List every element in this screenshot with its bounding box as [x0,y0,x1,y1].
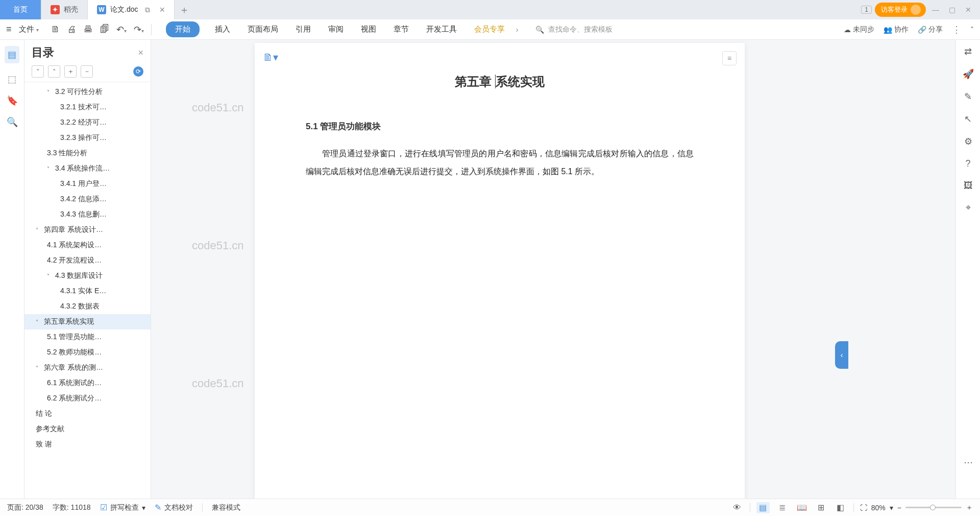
preview-icon[interactable]: 🗐 [100,24,109,35]
share-button[interactable]: 🔗 分享 [918,25,943,34]
ribbon-tab-view[interactable]: 视图 [359,21,378,37]
search-rail-icon[interactable]: 🔍 [7,116,18,128]
fit-width-icon[interactable]: ⛶ [860,504,867,512]
menu-icon[interactable]: ≡ [6,24,12,35]
tab-document[interactable]: W 论文.doc ⧉ × [88,0,175,19]
daoke-icon: ✦ [51,5,60,14]
outline-item[interactable]: ˅第四章 系统设计… [24,222,151,238]
close-window-button[interactable]: ✕ [962,3,975,16]
outline-item[interactable]: 3.4.3 信息删… [24,207,151,222]
outline-item[interactable]: 4.1 系统架构设… [24,238,151,253]
rail-cursor-icon[interactable]: ↖ [964,113,972,125]
word-count[interactable]: 字数: 11018 [53,503,91,512]
outline-item[interactable]: 4.3.2 数据表 [24,299,151,314]
spellcheck-button[interactable]: ☑拼写检查 ▾ [100,503,145,512]
tab-home[interactable]: 首页 [0,0,41,19]
page-options-icon[interactable]: ≡ [722,51,737,65]
ribbon-tab-reference[interactable]: 引用 [293,21,313,37]
outline-item[interactable]: 6.2 系统测试分… [24,391,151,406]
close-tab-icon[interactable]: × [159,5,165,15]
outline-item[interactable]: 3.4.2 信息添… [24,192,151,207]
rail-adjust-icon[interactable]: ⚙ [964,136,972,147]
outline-item[interactable]: 致 谢 [24,437,151,452]
coop-button[interactable]: 👥 协作 [884,25,909,34]
outline-item[interactable]: ˅4.3 数据库设计 [24,268,151,283]
outline-sync-icon[interactable]: ⟳ [133,66,143,77]
outline-item[interactable]: 5.1 管理员功能… [24,329,151,345]
close-outline-icon[interactable]: × [138,48,143,58]
outline-item[interactable]: 4.3.1 实体 E… [24,283,151,299]
zoom-value[interactable]: 80% [871,504,886,512]
outline-item[interactable]: 3.3 性能分析 [24,146,151,161]
outline-item[interactable]: 参考文献 [24,421,151,437]
sync-status[interactable]: ☁ 未同步 [844,25,874,34]
outline-item[interactable]: ˅第六章 系统的测… [24,360,151,375]
redo-icon[interactable]: ↷▾ [134,24,144,35]
proofread-button[interactable]: ✎文档校对 [155,503,193,512]
zoom-in-button[interactable]: ＋ [966,503,973,512]
rail-help-icon[interactable]: ? [965,158,970,169]
rail-target-icon[interactable]: ⌖ [966,202,971,213]
focus-view-icon[interactable]: ◧ [834,502,847,513]
eye-icon[interactable]: 👁 [730,502,744,513]
outline-rail-icon[interactable]: ▤ [5,46,19,63]
outline-item[interactable]: 6.1 系统测试的… [24,375,151,391]
outline-view-icon[interactable]: ≣ [776,502,789,513]
export-icon[interactable]: 🖨 [67,24,77,35]
collapse-all-button[interactable]: ˅ [32,65,44,78]
ribbon-tab-dev[interactable]: 开发工具 [424,21,459,37]
promote-button[interactable]: ＋ [64,65,77,78]
outline-item[interactable]: 4.2 开发流程设… [24,253,151,268]
ribbon-tab-section[interactable]: 章节 [391,21,411,37]
outline-item[interactable]: 3.2.3 操作可… [24,130,151,146]
ribbon-tab-review[interactable]: 审阅 [326,21,346,37]
zoom-slider[interactable] [905,507,962,508]
bookmark-rail-icon[interactable]: 🔖 [7,95,18,106]
guest-login-button[interactable]: 访客登录 [875,3,926,17]
minimize-button[interactable]: — [929,3,942,16]
document-canvas[interactable]: code51.cn code51.cn code51.cn code51.cn … [151,40,848,499]
rail-image-icon[interactable]: 🖼 [964,180,973,191]
outline-item[interactable]: ˅第五章系统实现 [24,314,151,329]
ribbon-tab-layout[interactable]: 页面布局 [246,21,280,37]
window-count-badge[interactable]: 1 [861,6,872,14]
save-icon[interactable]: 🗎 [51,24,60,35]
compat-mode[interactable]: 兼容模式 [212,503,240,512]
more-menu-icon[interactable]: ⋮ [952,24,961,35]
zoom-control[interactable]: ⛶ 80% ▾ − ＋ [860,503,973,512]
outline-item[interactable]: 3.2.2 经济可… [24,115,151,130]
page-header-icon[interactable]: 🗎▾ [263,51,278,63]
duplicate-tab-icon[interactable]: ⧉ [145,6,150,14]
layout-view-icon[interactable]: ▤ [756,502,770,513]
print-icon[interactable]: 🖶 [84,24,93,35]
outline-item[interactable]: 3.2.1 技术可… [24,100,151,115]
zoom-out-button[interactable]: − [897,504,901,512]
outline-item[interactable]: 3.4.1 用户登… [24,176,151,192]
tab-daoké[interactable]: ✦稻壳 [41,0,88,19]
file-menu[interactable]: 文件 ▾ [15,25,43,34]
read-view-icon[interactable]: 📖 [795,502,808,513]
ribbon-tab-start[interactable]: 开始 [166,21,200,37]
add-tab-button[interactable]: ＋ [175,0,194,19]
outline-item[interactable]: 结 论 [24,406,151,421]
expand-all-button[interactable]: ˄ [48,65,60,78]
rail-settings-icon[interactable]: ⇄ [964,46,972,57]
command-search[interactable]: 查找命令、搜索模板 [530,23,618,36]
rail-rocket-icon[interactable]: 🚀 [963,68,974,80]
rail-pen-icon[interactable]: ✎ [964,91,972,102]
rail-more-icon[interactable]: ⋯ [964,457,973,468]
collapse-ribbon-icon[interactable]: ˄ [970,26,974,34]
ribbon-tab-vip[interactable]: 会员专享 [472,21,507,37]
web-view-icon[interactable]: ⊞ [815,502,828,513]
page-indicator[interactable]: 页面: 20/38 [7,503,43,512]
undo-icon[interactable]: ↶▾ [116,24,127,35]
tag-rail-icon[interactable]: ⬚ [8,74,16,85]
ribbon-tab-insert[interactable]: 插入 [213,21,232,37]
demote-button[interactable]: － [81,65,93,78]
ribbon-more-icon[interactable]: › [516,26,519,34]
outline-item[interactable]: ˅3.4 系统操作流… [24,161,151,176]
collapse-right-panel-tab[interactable]: ‹ [835,341,848,369]
outline-item[interactable]: ˅3.2 可行性分析 [24,84,151,100]
outline-item[interactable]: 5.2 教师功能模… [24,345,151,360]
maximize-button[interactable]: ▢ [945,3,959,16]
